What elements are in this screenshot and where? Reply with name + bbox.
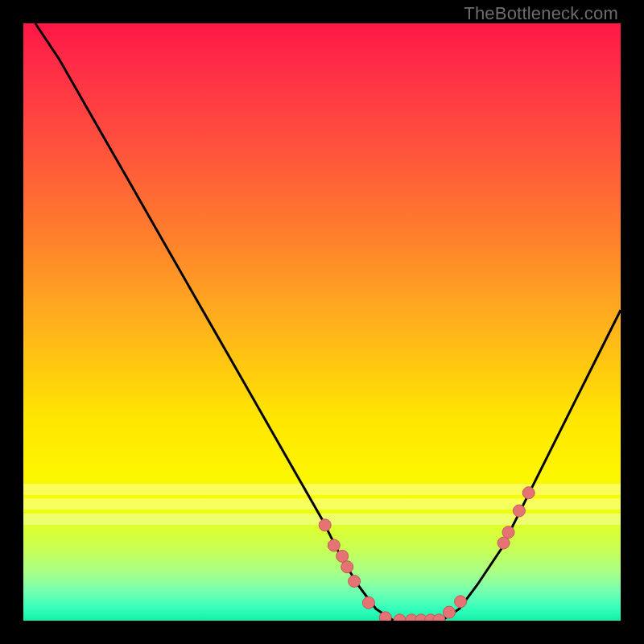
gradient-background (23, 23, 621, 621)
plot-area (23, 23, 621, 621)
attribution-text: TheBottleneck.com (464, 3, 618, 24)
chart-stage: TheBottleneck.com (0, 0, 644, 644)
